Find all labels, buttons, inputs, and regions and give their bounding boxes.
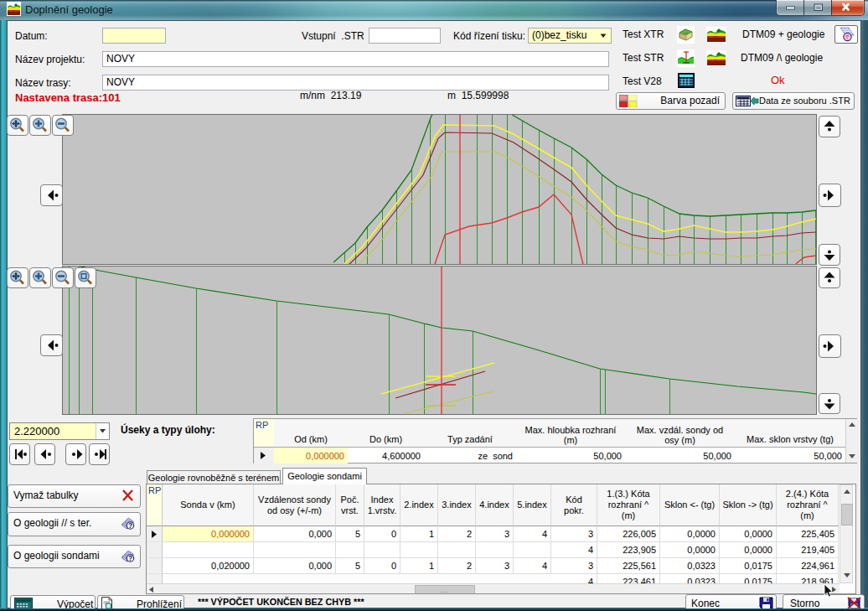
svg-text:?: ? <box>128 521 132 530</box>
svg-text:?: ? <box>128 554 132 562</box>
